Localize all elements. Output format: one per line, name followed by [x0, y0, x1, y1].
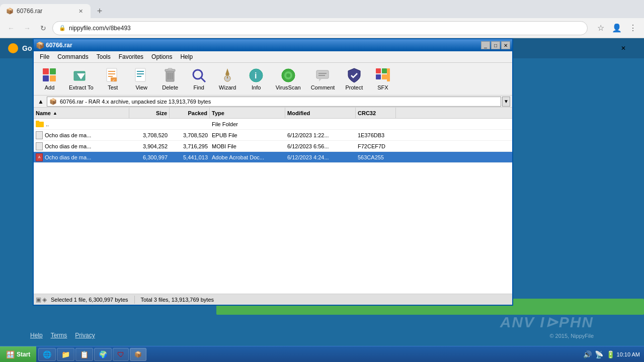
close-tab-button[interactable]: ✕ — [76, 7, 85, 15]
account-button[interactable]: 👤 — [610, 21, 624, 35]
table-row[interactable]: Ocho dias de ma... 3,708,520 3,708,520 E… — [34, 130, 512, 141]
svg-rect-2 — [43, 75, 49, 81]
menu-options[interactable]: Options — [147, 52, 176, 61]
filelist-header: Name ▲ Size Packed Type Modified CRC32 — [34, 108, 512, 119]
taskbar-task[interactable]: 📋 — [75, 348, 93, 361]
col-header-crc[interactable]: CRC32 — [356, 108, 396, 118]
svg-rect-36 — [382, 68, 387, 73]
volume-icon[interactable]: 🔊 — [583, 350, 592, 358]
svg-text:✓: ✓ — [112, 78, 115, 82]
window-controls: _ □ ✕ — [481, 41, 510, 49]
taskbar-folder[interactable]: 📁 — [57, 348, 74, 361]
maximize-button[interactable]: □ — [491, 41, 500, 49]
folder-icon — [36, 120, 44, 128]
address-bar[interactable]: 🔒 nippyfile.com/v/8be493 — [52, 21, 588, 35]
battery-icon[interactable]: 🔋 — [606, 350, 615, 358]
toolbar-add[interactable]: Add — [36, 65, 63, 93]
site-logo: Go — [8, 43, 32, 53]
forward-button[interactable]: → — [20, 21, 34, 35]
menu-favorites[interactable]: Favorites — [115, 52, 147, 61]
delete-label: Delete — [162, 84, 178, 90]
bookmark-button[interactable]: ☆ — [594, 21, 608, 35]
toolbar-view[interactable]: View — [128, 65, 155, 93]
taskbar-antivirus[interactable]: 🛡 — [113, 348, 129, 361]
toolbar-info[interactable]: i Info — [243, 65, 270, 93]
taskbar-ie[interactable]: 🌐 — [38, 348, 56, 361]
path-dropdown-button[interactable]: ▼ — [502, 97, 510, 107]
cell-size-0 — [129, 119, 170, 129]
cell-crc-0 — [356, 119, 396, 129]
taskbar-browser[interactable]: 🌍 — [94, 348, 112, 361]
taskbar-rar-item[interactable]: 📦 — [130, 348, 146, 361]
table-row[interactable]: .. File Folder — [34, 119, 512, 130]
sort-arrow: ▲ — [53, 111, 57, 116]
toolbar-virusscan[interactable]: VirusScan — [271, 65, 305, 93]
svg-rect-38 — [382, 74, 387, 79]
table-row[interactable]: Ocho dias de ma... 3,904,252 3,716,295 M… — [34, 141, 512, 152]
status-divider — [134, 296, 135, 304]
menu-commands[interactable]: Commands — [53, 52, 92, 61]
reload-button[interactable]: ↻ — [36, 21, 50, 35]
start-label: Start — [17, 351, 30, 358]
path-up-button[interactable]: ▲ — [36, 97, 46, 107]
new-tab-button[interactable]: + — [93, 4, 107, 18]
find-icon — [191, 67, 207, 83]
col-header-modified[interactable]: Modified — [285, 108, 356, 118]
epub-file-icon — [36, 131, 43, 139]
cell-modified-3: 6/12/2023 4:24... — [285, 152, 356, 162]
rar-window: 📦 60766.rar _ □ ✕ File Commands Tools Fa… — [33, 38, 513, 306]
svg-rect-37 — [376, 74, 381, 79]
menu-tools[interactable]: Tools — [93, 52, 115, 61]
toolbar-protect[interactable]: Protect — [340, 65, 368, 93]
add-label: Add — [45, 84, 55, 90]
col-header-size[interactable]: Size — [129, 108, 170, 118]
col-header-packed[interactable]: Packed — [170, 108, 210, 118]
back-button[interactable]: ← — [4, 21, 18, 35]
menu-file[interactable]: File — [36, 52, 53, 61]
path-text[interactable]: 📦 60766.rar - RAR 4.x archive, unpacked … — [47, 97, 501, 107]
file-list-empty-area — [34, 163, 512, 294]
system-clock: 10:10 AM — [617, 351, 640, 357]
close-site-button[interactable]: ✕ — [621, 45, 636, 52]
active-tab[interactable]: 📦 60766.rar ✕ — [0, 4, 91, 18]
cell-type-2: MOBI File — [210, 141, 285, 151]
virusscan-label: VirusScan — [276, 84, 301, 90]
browser-navbar: ← → ↻ 🔒 nippyfile.com/v/8be493 ☆ 👤 ⋮ — [0, 18, 644, 38]
col-header-type[interactable]: Type — [210, 108, 285, 118]
cell-packed-0 — [170, 119, 210, 129]
test-icon: ✓ — [105, 67, 121, 83]
toolbar-wizard[interactable]: Wizard — [214, 65, 242, 93]
taskbar-items: 🌐 📁 📋 🌍 🛡 📦 — [36, 348, 579, 361]
footer-links: Help Terms Privacy — [30, 332, 95, 339]
info-label: Info — [252, 84, 261, 90]
website-background: Go Popular Latest Upload ✕ 📦 60766.rar _… — [0, 38, 644, 346]
svg-rect-0 — [43, 68, 49, 74]
svg-line-23 — [201, 78, 205, 82]
browser-icon: 🌍 — [99, 350, 107, 358]
toolbar-test[interactable]: ✓ Test — [99, 65, 127, 93]
menu-button[interactable]: ⋮ — [626, 21, 640, 35]
menu-help[interactable]: Help — [176, 52, 197, 61]
minimize-button[interactable]: _ — [481, 41, 490, 49]
toolbar-extract[interactable]: Extract To — [64, 65, 98, 93]
footer-terms[interactable]: Terms — [51, 332, 67, 339]
start-button[interactable]: 🪟 Start — [0, 346, 36, 363]
browser-action-buttons: ☆ 👤 ⋮ — [594, 21, 640, 35]
svg-marker-32 — [319, 78, 322, 81]
toolbar-comment[interactable]: Comment — [306, 65, 340, 93]
footer-privacy[interactable]: Privacy — [75, 332, 95, 339]
toolbar-find[interactable]: Find — [185, 65, 213, 93]
footer-help[interactable]: Help — [30, 332, 43, 339]
sfx-icon — [375, 67, 391, 83]
toolbar-sfx[interactable]: SFX — [369, 65, 396, 93]
cell-packed-2: 3,716,295 — [170, 141, 210, 151]
network-icon[interactable]: 📡 — [595, 350, 603, 358]
protect-label: Protect — [345, 84, 363, 90]
cell-name-0: .. — [34, 119, 129, 129]
sfx-label: SFX — [377, 84, 388, 90]
close-button[interactable]: ✕ — [501, 41, 510, 49]
table-row[interactable]: A Ocho dias de ma... 6,300,997 5,441,013… — [34, 152, 512, 163]
toolbar-delete[interactable]: Delete — [156, 65, 184, 93]
col-header-name[interactable]: Name ▲ — [34, 108, 129, 118]
rar-titlebar: 📦 60766.rar _ □ ✕ — [34, 39, 512, 51]
